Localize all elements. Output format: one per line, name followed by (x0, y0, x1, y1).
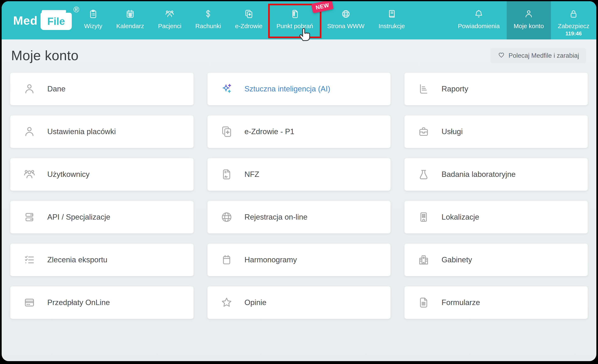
nfz-document-icon (220, 168, 233, 181)
nav-item-label: Strona WWW (327, 23, 365, 30)
card-raporty[interactable]: Raporty (405, 73, 588, 105)
card-label: Gabinety (441, 256, 472, 264)
referral-button-label: Polecaj Medfile i zarabiaj (508, 52, 579, 59)
card-rejestracja-on-line[interactable]: Rejestracja on-line (208, 201, 391, 233)
navbar-items: WizytyKalendarzPacjenciRachunkie-Zdrowie… (77, 1, 596, 40)
referral-button[interactable]: Polecaj Medfile i zarabiaj (490, 48, 586, 63)
card-formularze[interactable]: Formularze (405, 286, 588, 319)
card-label: Przedpłaty OnLine (47, 298, 110, 307)
nav-item-label: Kalendarz (116, 23, 144, 30)
card-label: Opinie (244, 298, 266, 307)
collection-point-icon (290, 9, 300, 19)
nav-item-label: Moje konto (514, 23, 544, 30)
nav-item-strona-www[interactable]: Strona WWWNEW (320, 1, 372, 40)
security-timer: 119:46 (565, 30, 582, 37)
new-badge: NEW (311, 1, 334, 13)
card-label: e-Zdrowie - P1 (244, 127, 294, 136)
card-uslugi[interactable]: Usługi (405, 115, 588, 148)
nav-item-label: Punkt pobrań (276, 23, 313, 30)
hospital-icon (417, 253, 430, 266)
nav-item-label: Rachunki (195, 23, 221, 30)
card-label: Rejestracja on-line (244, 213, 307, 221)
card-label: Usługi (441, 127, 463, 136)
card-label: Dane (47, 85, 65, 93)
heart-icon (498, 51, 505, 60)
nav-item-wizyty[interactable]: Wizyty (77, 1, 109, 40)
ai-sparkle-icon (220, 83, 233, 95)
nav-item-e-zdrowie[interactable]: e-Zdrowie (228, 1, 269, 40)
card-e-zdrowie-p1[interactable]: e-Zdrowie - P1 (208, 115, 391, 148)
flask-icon (417, 168, 430, 181)
card-label: Ustawienia placówki (47, 127, 116, 136)
card-przedplaty-online[interactable]: Przedpłaty OnLine (10, 286, 193, 319)
briefcase-icon (417, 125, 430, 138)
card-label: Badania laboratoryjne (441, 170, 515, 179)
card-gabinety[interactable]: Gabinety (405, 244, 588, 276)
server-icon (23, 211, 36, 224)
bell-icon (474, 9, 484, 19)
calendar-icon (125, 9, 135, 19)
checklist-icon (23, 253, 36, 266)
card-harmonogramy[interactable]: Harmonogramy (208, 244, 391, 276)
card-ustawienia-placowki[interactable]: Ustawienia placówki (10, 115, 193, 148)
nav-item-pacjenci[interactable]: Pacjenci (151, 1, 188, 40)
card-label: Zlecenia eksportu (47, 256, 107, 264)
form-icon (417, 296, 430, 309)
card-label: Formularze (441, 298, 480, 307)
nav-item-moje-konto[interactable]: Moje konto (507, 1, 551, 40)
nav-item-kalendarz[interactable]: Kalendarz (109, 1, 151, 40)
nav-item-instrukcje[interactable]: Instrukcje (371, 1, 412, 40)
page-header: Moje konto Polecaj Medfile i zarabiaj (2, 40, 596, 63)
ehealth-icon (220, 125, 233, 138)
card-badania-laboratoryjne[interactable]: Badania laboratoryjne (405, 158, 588, 191)
patients-icon (165, 9, 174, 19)
ehealth-icon (244, 9, 254, 19)
report-icon (417, 83, 430, 95)
card-label: NFZ (244, 170, 259, 179)
logo-folder-icon: File ® (41, 13, 72, 30)
card-nfz[interactable]: NFZ (208, 158, 391, 191)
card-uzytkownicy[interactable]: Użytkownicy (10, 158, 193, 191)
nav-item-powiadomienia[interactable]: Powiadomienia (451, 1, 507, 40)
building-icon (417, 211, 430, 224)
nav-item-label: e-Zdrowie (235, 23, 262, 30)
book-icon (387, 9, 397, 19)
card-label: Użytkownicy (47, 170, 90, 179)
patients-icon (23, 168, 36, 181)
account-card-grid: DaneSztuczna inteligencja (AI)RaportyUst… (10, 73, 588, 319)
person-icon (23, 125, 36, 138)
nav-item-label: Powiadomienia (458, 23, 499, 30)
card-dane[interactable]: Dane (10, 73, 193, 105)
schedule-icon (220, 253, 233, 266)
nav-item-label: Instrukcje (378, 23, 405, 30)
card-label: API / Specjalizacje (47, 213, 110, 221)
card-label: Raporty (441, 85, 468, 93)
globe-icon (341, 9, 351, 19)
lock-icon (569, 9, 579, 19)
top-navbar: Med File ® WizytyKalendarzPacjenciRachun… (2, 1, 596, 40)
card-label: Lokalizacje (441, 213, 479, 221)
credit-card-icon (23, 296, 36, 309)
card-label: Harmonogramy (244, 256, 297, 264)
clipboard-icon (88, 9, 98, 19)
globe-icon (220, 211, 233, 224)
card-opinie[interactable]: Opinie (208, 286, 391, 319)
nav-item-label: Zabezpiecz (558, 23, 589, 30)
logo-text-med: Med (13, 14, 38, 27)
star-icon (220, 296, 233, 309)
logo-text-file: File (47, 16, 65, 27)
nav-item-rachunki[interactable]: Rachunki (188, 1, 228, 40)
user-icon (524, 9, 534, 19)
card-lokalizacje[interactable]: Lokalizacje (405, 201, 588, 233)
dollar-icon (203, 9, 213, 19)
card-api-specjalizacje[interactable]: API / Specjalizacje (10, 201, 193, 233)
nav-item-zabezpiecz[interactable]: Zabezpiecz119:46 (551, 1, 596, 40)
nav-item-label: Pacjenci (158, 23, 181, 30)
card-label: Sztuczna inteligencja (AI) (244, 85, 330, 93)
app-window: Med File ® WizytyKalendarzPacjenciRachun… (2, 1, 596, 361)
medfile-logo[interactable]: Med File ® (13, 1, 72, 40)
card-sztuczna-inteligencja[interactable]: Sztuczna inteligencja (AI) (208, 73, 391, 105)
person-icon (23, 83, 36, 95)
nav-item-label: Wizyty (84, 23, 102, 30)
card-zlecenia-eksportu[interactable]: Zlecenia eksportu (10, 244, 193, 276)
